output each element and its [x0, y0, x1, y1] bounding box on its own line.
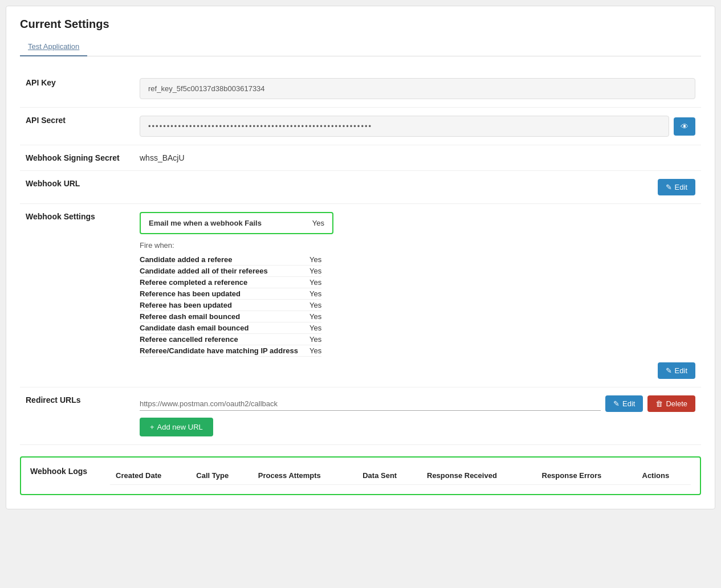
redirect-urls-label: Redirect URLs — [20, 387, 134, 445]
webhook-url-edit-label: Edit — [675, 183, 687, 191]
fire-when-event-label: Referee has been updated — [140, 300, 309, 311]
fire-when-event-label: Candidate added all of their referees — [140, 266, 309, 277]
api-secret-label: API Secret — [20, 108, 134, 145]
fire-when-event-value: Yes — [309, 288, 321, 300]
fire-when-event-label: Referee cancelled reference — [140, 334, 309, 345]
edit-icon-3: ✎ — [613, 399, 620, 408]
fire-when-event-value: Yes — [309, 266, 321, 277]
webhook-url-label: Webhook URL — [20, 171, 134, 204]
plus-icon: + — [150, 423, 154, 431]
fire-when-event-label: Candidate dash email bounced — [140, 322, 309, 334]
webhook-settings-edit-label: Edit — [675, 366, 687, 375]
webhook-url-value-cell: ✎ Edit — [134, 171, 701, 204]
fire-when-item: Reference has been updatedYes — [140, 288, 321, 300]
fire-when-event-value: Yes — [309, 334, 321, 345]
redirect-url-edit-label: Edit — [622, 399, 635, 408]
logs-column-header: Call Type — [190, 467, 252, 485]
fire-when-item: Referee cancelled referenceYes — [140, 334, 321, 345]
logs-header-row: Created DateCall TypeProcess AttemptsDat… — [110, 467, 691, 485]
webhook-logs-inner: Webhook Logs Created DateCall TypeProces… — [30, 467, 691, 485]
webhook-logs-label: Webhook Logs — [30, 467, 99, 485]
webhook-settings-edit-button[interactable]: ✎ Edit — [658, 362, 695, 379]
api-secret-row: API Secret •••••••••••••••••••••••••••••… — [20, 108, 701, 145]
redirect-url-row: https://www.postman.com/oauth2/callback … — [140, 395, 695, 412]
fire-when-event-value: Yes — [309, 277, 321, 288]
redirect-url-edit-button[interactable]: ✎ Edit — [605, 395, 643, 412]
webhook-signing-secret-row: Webhook Signing Secret whss_BAcjU — [20, 145, 701, 171]
api-key-label: API Key — [20, 70, 134, 108]
webhook-settings-value-cell: Email me when a webhook Fails Yes Fire w… — [134, 204, 701, 387]
fire-when-event-label: Referee/Candidate have matching IP addre… — [140, 345, 309, 357]
fire-when-item: Candidate added all of their refereesYes — [140, 266, 321, 277]
logs-column-header: Process Attempts — [252, 467, 357, 485]
page-title: Current Settings — [20, 18, 701, 31]
webhook-logs-section: Webhook Logs Created DateCall TypeProces… — [20, 456, 701, 495]
webhook-settings-actions: ✎ Edit — [140, 362, 695, 379]
logs-column-header: Created Date — [110, 467, 190, 485]
webhook-signing-secret-value: whss_BAcjU — [134, 145, 701, 171]
webhook-logs-table: Created DateCall TypeProcess AttemptsDat… — [110, 467, 691, 485]
webhook-url-row: Webhook URL ✎ Edit — [20, 171, 701, 204]
api-key-box: ref_key_5f5c00137d38b003617334 — [140, 78, 695, 99]
fire-when-event-value: Yes — [309, 300, 321, 311]
settings-table: API Key ref_key_5f5c00137d38b003617334 A… — [20, 70, 701, 445]
add-new-url-button[interactable]: + Add new URL — [140, 418, 213, 436]
fire-when-label: Fire when: — [140, 241, 695, 250]
show-secret-button[interactable]: 👁 — [674, 117, 695, 136]
api-secret-box: ••••••••••••••••••••••••••••••••••••••••… — [140, 116, 669, 137]
webhook-signing-secret-label: Webhook Signing Secret — [20, 145, 134, 171]
webhook-settings-label: Webhook Settings — [20, 204, 134, 387]
logs-table-wrapper: Created DateCall TypeProcess AttemptsDat… — [110, 467, 691, 485]
webhook-settings-row: Webhook Settings Email me when a webhook… — [20, 204, 701, 387]
fire-when-table: Candidate added a refereeYesCandidate ad… — [140, 254, 321, 357]
redirect-url-box: https://www.postman.com/oauth2/callback — [140, 397, 601, 411]
api-key-value-cell: ref_key_5f5c00137d38b003617334 — [134, 70, 701, 108]
fire-when-event-label: Referee dash email bounced — [140, 311, 309, 322]
email-me-value: Yes — [312, 219, 324, 227]
fire-when-event-label: Candidate added a referee — [140, 254, 309, 266]
logs-column-header: Response Received — [421, 467, 536, 485]
redirect-url-delete-label: Delete — [666, 399, 687, 408]
email-me-label: Email me when a webhook Fails — [149, 219, 262, 227]
api-key-row: API Key ref_key_5f5c00137d38b003617334 — [20, 70, 701, 108]
fire-when-item: Referee dash email bouncedYes — [140, 311, 321, 322]
fire-when-item: Candidate added a refereeYes — [140, 254, 321, 266]
redirect-urls-row: Redirect URLs https://www.postman.com/oa… — [20, 387, 701, 445]
logs-column-header: Data Sent — [357, 467, 421, 485]
fire-when-item: Candidate dash email bouncedYes — [140, 322, 321, 334]
fire-when-item: Referee/Candidate have matching IP addre… — [140, 345, 321, 357]
fire-when-event-value: Yes — [309, 345, 321, 357]
edit-icon-2: ✎ — [666, 366, 672, 375]
api-secret-value-cell: ••••••••••••••••••••••••••••••••••••••••… — [134, 108, 701, 145]
fire-when-item: Referee completed a referenceYes — [140, 277, 321, 288]
logs-table-head: Created DateCall TypeProcess AttemptsDat… — [110, 467, 691, 485]
logs-column-header: Response Errors — [536, 467, 637, 485]
webhook-url-edit-button[interactable]: ✎ Edit — [658, 179, 695, 195]
fire-when-item: Referee has been updatedYes — [140, 300, 321, 311]
fire-when-event-label: Referee completed a reference — [140, 277, 309, 288]
redirect-urls-value-cell: https://www.postman.com/oauth2/callback … — [134, 387, 701, 445]
tab-test-application[interactable]: Test Application — [20, 38, 87, 56]
api-secret-row-inner: ••••••••••••••••••••••••••••••••••••••••… — [140, 116, 695, 137]
tabs-row: Test Application — [20, 38, 701, 56]
logs-column-header: Actions — [637, 467, 691, 485]
fire-when-event-value: Yes — [309, 322, 321, 334]
edit-icon: ✎ — [666, 183, 672, 191]
fire-when-event-label: Reference has been updated — [140, 288, 309, 300]
fire-when-event-value: Yes — [309, 254, 321, 266]
redirect-url-delete-button[interactable]: 🗑 Delete — [647, 395, 695, 412]
webhook-settings-box: Email me when a webhook Fails Yes — [140, 212, 333, 234]
fire-when-event-value: Yes — [309, 311, 321, 322]
trash-icon: 🗑 — [655, 399, 663, 408]
add-url-label: Add new URL — [157, 423, 203, 431]
